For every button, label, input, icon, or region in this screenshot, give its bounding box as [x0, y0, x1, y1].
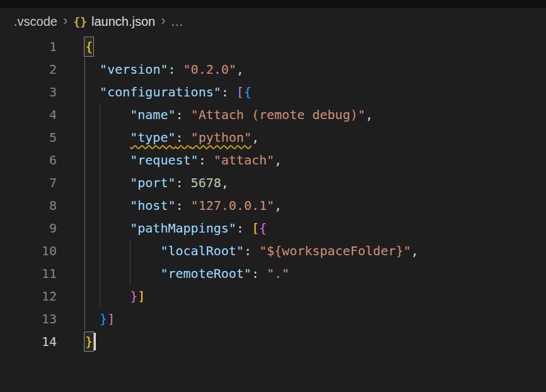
code-text: "name": "Attach (remote debug)", — [57, 103, 373, 126]
code-line[interactable]: 2 "version": "0.2.0", — [0, 58, 546, 81]
code-line[interactable]: 9 "pathMappings": [{ — [0, 217, 546, 239]
code-token: "." — [267, 266, 289, 281]
code-token: , — [252, 130, 259, 145]
code-token — [84, 243, 160, 258]
code-line[interactable]: 11 "remoteRoot": "." — [0, 262, 546, 285]
line-number: 4 — [0, 103, 57, 126]
code-token — [84, 84, 100, 100]
line-number: 6 — [0, 149, 57, 171]
matched-bracket: { — [84, 37, 93, 56]
code-text: "configurations": [{ — [57, 81, 252, 103]
code-text: "localRoot": "${workspaceFolder}", — [57, 239, 419, 262]
code-line[interactable]: 7 "port": 5678, — [0, 171, 546, 194]
code-token: , — [221, 175, 229, 190]
line-number: 3 — [0, 81, 57, 103]
breadcrumb-folder[interactable]: .vscode — [14, 14, 57, 29]
code-token: 5678 — [191, 175, 221, 190]
code-text: "pathMappings": [{ — [57, 217, 267, 239]
code-token: , — [274, 198, 282, 213]
code-token: , — [236, 62, 244, 77]
code-token: "host" — [130, 198, 175, 213]
code-token: { — [259, 221, 267, 236]
chevron-right-icon: › — [155, 13, 171, 29]
code-token — [84, 198, 130, 213]
code-text: } — [57, 330, 96, 353]
code-token — [84, 289, 130, 304]
code-token: "remoteRoot" — [160, 266, 252, 281]
code-token: "attach" — [214, 153, 274, 168]
code-text: "remoteRoot": "." — [57, 262, 289, 285]
code-token: "name" — [130, 107, 175, 122]
code-line[interactable]: 13 }] — [0, 308, 546, 330]
code-token — [84, 266, 160, 281]
editor[interactable]: 1{2 "version": "0.2.0",3 "configurations… — [0, 35, 546, 392]
code-text: "version": "0.2.0", — [57, 58, 244, 81]
code-text: "type": "python", — [57, 126, 259, 149]
code-token: : — [244, 243, 259, 258]
line-number: 12 — [0, 285, 57, 308]
code-text: { — [57, 35, 93, 58]
code-line[interactable]: 4 "name": "Attach (remote debug)", — [0, 103, 546, 126]
code-token: "Attach (remote debug)" — [191, 107, 366, 122]
code-token: "pathMappings" — [130, 221, 236, 236]
code-token: { — [244, 84, 252, 100]
code-token: "${workspaceFolder}" — [259, 243, 411, 258]
code-token — [84, 311, 100, 326]
window-top-bar — [0, 0, 546, 8]
line-number: 13 — [0, 308, 57, 330]
code-token: : — [221, 84, 236, 100]
code-token: ] — [137, 289, 145, 304]
code-token: : — [176, 130, 191, 145]
code-token: , — [411, 243, 419, 258]
code-token: [ — [236, 84, 244, 100]
breadcrumb: .vscode › {} launch.json › ... — [0, 8, 546, 35]
code-token: , — [366, 107, 373, 122]
code-text: "host": "127.0.0.1", — [57, 194, 282, 217]
breadcrumb-file[interactable]: launch.json — [91, 14, 155, 29]
code-token: : — [199, 153, 214, 168]
code-token: } — [130, 289, 137, 304]
code-token — [84, 175, 130, 190]
code-line[interactable]: 12 }] — [0, 285, 546, 308]
code-line[interactable]: 6 "request": "attach", — [0, 149, 546, 171]
code-token: [ — [252, 221, 259, 236]
text-cursor — [94, 333, 96, 350]
line-number: 7 — [0, 171, 57, 194]
code-line[interactable]: 3 "configurations": [{ — [0, 81, 546, 103]
code-token: "0.2.0" — [183, 62, 236, 77]
code-lines: 1{2 "version": "0.2.0",3 "configurations… — [0, 35, 546, 353]
line-number: 8 — [0, 194, 57, 217]
code-token: : — [236, 221, 252, 236]
code-line[interactable]: 8 "host": "127.0.0.1", — [0, 194, 546, 217]
code-token: "configurations" — [100, 84, 221, 100]
code-token: "version" — [100, 62, 168, 77]
code-token: "localRoot" — [160, 243, 243, 258]
code-line[interactable]: 1{ — [0, 35, 546, 58]
line-number: 9 — [0, 217, 57, 239]
line-number: 2 — [0, 58, 57, 81]
code-line[interactable]: 14} — [0, 330, 546, 353]
breadcrumb-more[interactable]: ... — [171, 14, 183, 29]
code-line[interactable]: 10 "localRoot": "${workspaceFolder}", — [0, 239, 546, 262]
code-token: "port" — [130, 175, 175, 190]
code-token: : — [168, 62, 183, 77]
code-text: }] — [57, 308, 115, 330]
code-token: : — [176, 175, 191, 190]
code-text: "request": "attach", — [57, 149, 282, 171]
json-braces-icon: {} — [73, 15, 87, 28]
code-token — [84, 130, 130, 145]
code-token: : — [176, 107, 191, 122]
code-line[interactable]: 5 "type": "python", — [0, 126, 546, 149]
line-number: 11 — [0, 262, 57, 285]
code-token — [84, 153, 130, 168]
code-token: : — [176, 198, 191, 213]
code-token: ] — [107, 311, 115, 326]
code-token: "python" — [191, 130, 252, 145]
code-token: , — [274, 153, 282, 168]
code-token — [84, 221, 130, 236]
code-token: "type" — [130, 130, 175, 145]
code-token — [84, 62, 100, 77]
line-number: 1 — [0, 35, 57, 58]
code-token: : — [252, 266, 267, 281]
matched-bracket: } — [84, 332, 93, 351]
